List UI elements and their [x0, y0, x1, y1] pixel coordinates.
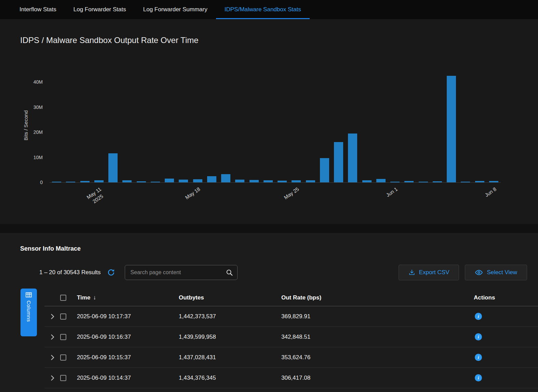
search-button[interactable] — [221, 269, 237, 276]
info-icon[interactable]: i — [475, 374, 482, 381]
info-icon[interactable]: i — [475, 354, 482, 361]
bar — [320, 158, 329, 182]
info-icon[interactable]: i — [475, 313, 482, 320]
select-view-label: Select View — [487, 269, 517, 276]
table-row: 2025-06-09 10:14:371,434,376,345306,417.… — [44, 368, 538, 388]
out-rate-column-header[interactable]: Out Rate (bps) — [281, 294, 474, 301]
expand-row-chevron-icon[interactable] — [51, 354, 54, 361]
row-checkbox[interactable] — [60, 354, 66, 361]
refresh-icon — [107, 268, 115, 277]
outbytes-cell: 1,437,028,431 — [179, 354, 281, 361]
expand-row-chevron-icon[interactable] — [51, 375, 54, 381]
table-body: 2025-06-09 10:17:371,442,373,537369,829.… — [44, 306, 538, 388]
time-cell: 2025-06-09 10:15:37 — [77, 354, 179, 361]
bar — [193, 179, 202, 182]
y-axis-title: Bits / Second — [23, 110, 29, 140]
x-tick-label: Jun 8 — [483, 186, 497, 198]
outbytes-cell: 1,442,373,537 — [179, 313, 281, 320]
actions-column-header: Actions — [474, 294, 538, 301]
bar — [447, 76, 456, 182]
table-row: 2025-06-09 10:17:371,442,373,537369,829.… — [44, 306, 538, 327]
search-input[interactable] — [125, 269, 221, 276]
plot-area — [50, 68, 501, 182]
row-checkbox[interactable] — [60, 334, 66, 340]
table-header-row: Time ↓ Outbytes Out Rate (bps) Actions — [44, 289, 538, 306]
export-csv-label: Export CSV — [419, 269, 449, 276]
table-row: 2025-06-09 10:16:371,439,599,958342,848.… — [44, 327, 538, 347]
time-column-header[interactable]: Time — [77, 294, 90, 301]
x-tick-label: May 18 — [184, 186, 201, 201]
data-table: Time ↓ Outbytes Out Rate (bps) Actions 2… — [44, 289, 538, 388]
y-tick-label: 10M — [29, 155, 43, 160]
y-tick-label: 40M — [29, 79, 43, 85]
bar — [207, 176, 216, 182]
download-icon — [408, 269, 415, 276]
plot-wrap: Bits / Second 010M20M30M40M May 112025Ma… — [50, 68, 501, 183]
refresh-button[interactable] — [106, 268, 116, 277]
row-checkbox[interactable] — [60, 313, 66, 320]
info-icon[interactable]: i — [475, 333, 482, 340]
table-section: Sensor Info Maltrace 1 – 20 of 30543 Res… — [0, 233, 538, 392]
tab-bar: Interflow Stats Log Forwarder Stats Log … — [0, 0, 538, 19]
sort-descending-icon[interactable]: ↓ — [93, 294, 96, 301]
results-count: 1 – 20 of 30543 Results — [39, 269, 101, 276]
chart-panel: IDPS / Malware Sandbox Output Rate Over … — [0, 19, 538, 224]
out-rate-cell: 353,624.76 — [281, 354, 474, 361]
out-rate-cell: 306,417.08 — [281, 375, 474, 381]
expand-row-chevron-icon[interactable] — [51, 334, 54, 340]
bar — [334, 142, 343, 182]
x-tick-label: Jun 1 — [385, 186, 399, 198]
bar — [179, 180, 188, 182]
results-toolbar: 1 – 20 of 30543 Results Export CSV — [0, 265, 538, 280]
y-tick-label: 30M — [29, 104, 43, 110]
tab-log-forwarder-stats[interactable]: Log Forwarder Stats — [65, 0, 135, 19]
x-tick-label: May 25 — [283, 186, 300, 201]
chart-title: IDPS / Malware Sandbox Output Rate Over … — [0, 19, 538, 45]
time-cell: 2025-06-09 10:14:37 — [77, 375, 179, 381]
y-tick-label: 20M — [29, 129, 43, 135]
outbytes-column-header[interactable]: Outbytes — [179, 294, 281, 301]
columns-grid-icon — [26, 292, 32, 297]
outbytes-cell: 1,434,376,345 — [179, 375, 281, 381]
select-view-button[interactable]: Select View — [465, 265, 527, 280]
bar — [221, 174, 230, 182]
time-cell: 2025-06-09 10:17:37 — [77, 313, 179, 320]
eye-icon — [475, 268, 483, 277]
columns-button[interactable]: Columns — [21, 289, 37, 336]
search-box — [125, 265, 238, 280]
time-cell: 2025-06-09 10:16:37 — [77, 334, 179, 340]
outbytes-cell: 1,439,599,958 — [179, 334, 281, 340]
row-checkbox[interactable] — [60, 375, 66, 381]
y-ticks: 010M20M30M40M — [29, 68, 46, 182]
bar — [250, 180, 259, 182]
bar — [108, 153, 118, 182]
tab-log-forwarder-summary[interactable]: Log Forwarder Summary — [135, 0, 216, 19]
x-ticks: May 112025May 18May 25Jun 1Jun 8 — [50, 182, 501, 213]
out-rate-cell: 369,829.91 — [281, 313, 474, 320]
expand-row-chevron-icon[interactable] — [51, 313, 54, 320]
select-all-checkbox[interactable] — [60, 295, 66, 301]
table-row: 2025-06-09 10:15:371,437,028,431353,624.… — [44, 347, 538, 368]
bar — [348, 134, 357, 182]
x-tick-label: May 112025 — [85, 186, 107, 206]
bar — [376, 179, 386, 182]
bar — [235, 180, 244, 182]
tab-interflow-stats[interactable]: Interflow Stats — [11, 0, 65, 19]
bar — [165, 179, 174, 182]
out-rate-cell: 342,848.51 — [281, 334, 474, 340]
tab-idps-malware-sandbox-stats[interactable]: IDPS/Malware Sandbox Stats — [216, 0, 310, 19]
section-heading: Sensor Info Maltrace — [0, 233, 538, 252]
columns-label: Columns — [26, 300, 32, 322]
export-csv-button[interactable]: Export CSV — [399, 265, 459, 280]
y-tick-label: 0 — [29, 180, 43, 185]
search-icon — [226, 269, 233, 276]
